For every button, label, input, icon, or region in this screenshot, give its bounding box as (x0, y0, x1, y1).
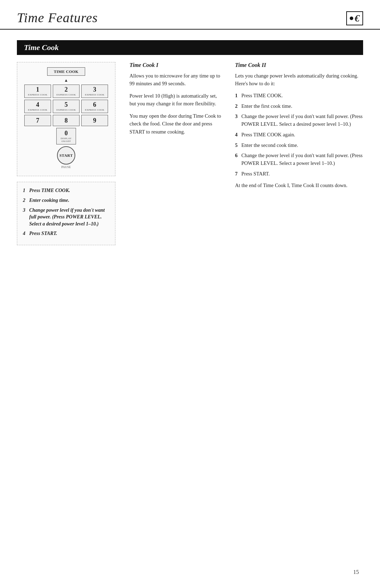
page-title: Time Features (17, 10, 98, 25)
time-cook-I-title: Time Cook I (129, 62, 224, 68)
key-0: 0 DISPLAY ON/OFF (56, 128, 76, 144)
section-header: Time Cook (17, 40, 363, 55)
time-cook-I-para-3: You may open the door during Time Cook t… (129, 112, 224, 136)
key-4: 4 EXPRESS COOK (24, 100, 51, 113)
header-logo: € (346, 11, 363, 25)
brand-icon: € (355, 13, 360, 23)
instruction-1: 1 Press TIME COOK. (23, 187, 109, 194)
step-5: 5 Enter the second cook time. (235, 142, 363, 149)
time-cook-button: TIME COOK (47, 67, 85, 76)
page-header: Time Features € (0, 0, 380, 30)
step-7: 7 Press START. (235, 170, 363, 178)
time-cook-I-para-1: Allows you to microwave for any time up … (129, 72, 224, 88)
time-cook-II-intro: Lets you change power levels automatical… (235, 72, 363, 88)
keypad-row-2: 4 EXPRESS COOK 5 EXPRESS COOK 6 EXPRESS … (24, 100, 108, 113)
key-2: 2 EXPRESS COOK (53, 85, 80, 98)
keypad-zero-row: 0 DISPLAY ON/OFF (24, 128, 108, 144)
key-8: 8 (53, 115, 80, 126)
keypad-diagram: TIME COOK ▲ 1 EXPRESS COOK 2 EXPRESS COO… (17, 62, 115, 176)
right-column: Time Cook II Lets you change power level… (232, 62, 363, 245)
middle-column: Time Cook I Allows you to microwave for … (122, 62, 232, 245)
step-2: 2 Enter the first cook time. (235, 103, 363, 110)
key-6: 6 EXPRESS COOK (81, 100, 108, 113)
instruction-4: 4 Press START. (23, 230, 109, 237)
step-3: 3 Change the power level if you don't wa… (235, 113, 363, 128)
page-number: 15 (353, 569, 359, 575)
key-3: 3 EXPRESS COOK (81, 85, 108, 98)
step-4: 4 Press TIME COOK again. (235, 131, 363, 139)
dot-icon (350, 17, 353, 20)
time-cook-II-footer: At the end of Time Cook I, Time Cook II … (235, 181, 363, 189)
time-cook-button-area: TIME COOK (24, 67, 108, 76)
instructions-box: 1 Press TIME COOK. 2 Enter cooking time.… (17, 182, 115, 245)
instruction-2: 2 Enter cooking time. (23, 197, 109, 204)
key-1: 1 EXPRESS COOK (24, 85, 51, 98)
key-5: 5 EXPRESS COOK (53, 100, 80, 113)
keypad-row-3: 7 8 9 (24, 115, 108, 126)
start-button-area: START PAUSE (24, 146, 108, 169)
time-cook-II-title: Time Cook II (235, 62, 363, 68)
instruction-3: 3 Change power level if you don't want f… (23, 207, 109, 228)
key-9: 9 (81, 115, 108, 126)
main-content: TIME COOK ▲ 1 EXPRESS COOK 2 EXPRESS COO… (0, 55, 380, 259)
key-7: 7 (24, 115, 51, 126)
time-cook-I-para-2: Power level 10 (High) is automatically s… (129, 92, 224, 108)
arrow-up-icon: ▲ (24, 78, 108, 83)
start-button: START (57, 146, 75, 165)
step-1: 1 Press TIME COOK. (235, 92, 363, 100)
step-6: 6 Change the power level if you don't wa… (235, 152, 363, 167)
left-column: TIME COOK ▲ 1 EXPRESS COOK 2 EXPRESS COO… (17, 62, 122, 245)
keypad-row-1: 1 EXPRESS COOK 2 EXPRESS COOK 3 EXPRESS … (24, 85, 108, 98)
pause-label: PAUSE (61, 166, 71, 169)
